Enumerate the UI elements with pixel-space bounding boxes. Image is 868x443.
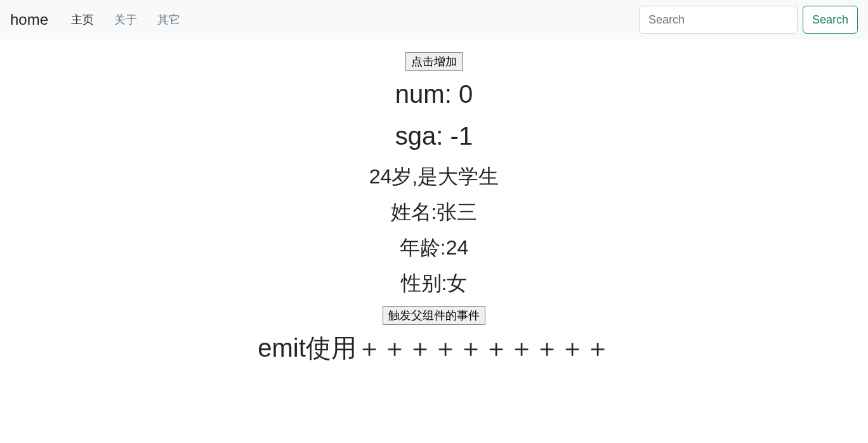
name-line: 姓名:张三: [0, 194, 868, 230]
navbar: home 主页 关于 其它 Search: [0, 0, 868, 39]
navbar-left: home 主页 关于 其它: [10, 11, 185, 29]
increment-button[interactable]: 点击增加: [405, 52, 463, 71]
search-button[interactable]: Search: [803, 6, 858, 34]
gender-line: 性别:女: [0, 265, 868, 301]
navbar-brand[interactable]: home: [10, 11, 48, 29]
emit-parent-button[interactable]: 触发父组件的事件: [383, 306, 485, 325]
description-line: 24岁,是大学生: [0, 159, 868, 194]
num-display: num: 0: [0, 75, 868, 113]
main-content: 点击增加 num: 0 sga: -1 24岁,是大学生 姓名:张三 年龄:24…: [0, 39, 868, 367]
navbar-right: Search: [639, 6, 858, 34]
nav-link-about[interactable]: 关于: [109, 12, 142, 27]
emit-usage-text: emit使用＋＋＋＋＋＋＋＋＋＋: [0, 329, 868, 367]
search-input[interactable]: [639, 6, 798, 34]
nav-link-home[interactable]: 主页: [66, 12, 99, 27]
nav-link-other[interactable]: 其它: [152, 12, 185, 27]
sga-display: sga: -1: [0, 117, 868, 155]
age-line: 年龄:24: [0, 230, 868, 265]
